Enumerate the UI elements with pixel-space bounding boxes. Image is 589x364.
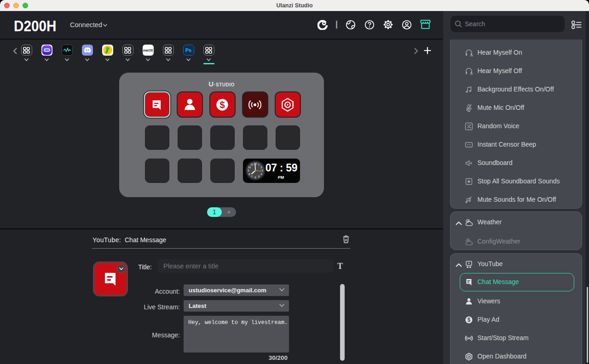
svg-text:OFF: OFF	[470, 73, 473, 75]
svg-text:$: $	[219, 100, 225, 110]
svg-text:12: 12	[254, 162, 257, 165]
svg-text:11: 11	[250, 163, 254, 166]
svg-text:$: $	[467, 317, 470, 323]
svg-text:ON: ON	[470, 55, 473, 57]
svg-text:10: 10	[248, 166, 251, 169]
